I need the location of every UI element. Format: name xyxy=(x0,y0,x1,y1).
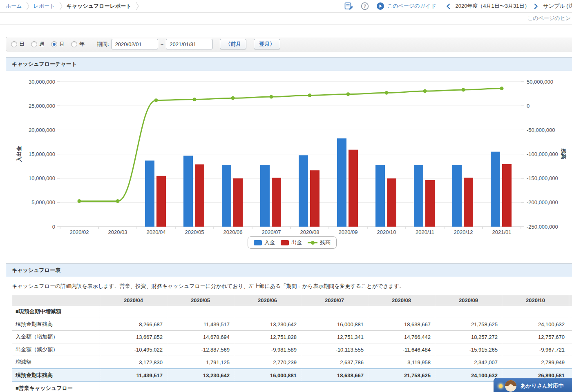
next-month-button[interactable]: 翌月〉 xyxy=(254,39,280,49)
period-radio-year[interactable]: 年 xyxy=(71,40,85,48)
balance-marker xyxy=(346,92,350,96)
chart-bar xyxy=(491,152,500,227)
left-axis-title: 入出金 xyxy=(16,146,22,163)
table-description: キャッシュフローの詳細内訳を表示します。営業、投資、財務キャッシュフローに分かれ… xyxy=(6,283,572,290)
table-column-header: 2020/10 xyxy=(502,295,569,305)
topbar-actions: ? このページのガイド 2020年度（4月1日〜3月31日） サンプル (法人 xyxy=(344,0,572,12)
table-cell xyxy=(167,305,234,318)
row-label: 出金額（減少額） xyxy=(12,343,100,356)
support-chat-widget[interactable]: あかりさん対応中 xyxy=(494,378,572,392)
chart-bar xyxy=(233,178,243,227)
chart-bar xyxy=(502,164,512,227)
table-cell: 2,789,949 xyxy=(502,356,569,369)
table-cell xyxy=(569,356,572,369)
left-axis-tick-label: 5,000,000 xyxy=(31,199,55,205)
chart-bar xyxy=(299,155,308,227)
cashflow-report-page: ホーム レポート キャッシュフローレポート xyxy=(0,0,572,392)
chart-bar xyxy=(195,164,204,227)
legend-label: 入金 xyxy=(264,239,275,246)
legend-item: 残高 xyxy=(308,239,331,246)
x-axis-label: 2020/11 xyxy=(416,229,434,235)
table-cell: 8,266,687 xyxy=(100,318,167,331)
right-axis-title: 残高 xyxy=(561,148,567,159)
period-radio-day[interactable]: 日 xyxy=(11,40,25,48)
left-axis-tick-label: 15,000,000 xyxy=(29,151,55,157)
table-cell: 14,766,442 xyxy=(368,331,435,343)
previous-year-chevron-icon[interactable] xyxy=(446,3,450,9)
table-cell: 12,751,341 xyxy=(301,331,368,343)
period-radio-month[interactable]: 月 xyxy=(51,40,65,48)
left-axis-tick-label: 0 xyxy=(52,224,55,230)
table-row: ■営業キャッシュフロー xyxy=(12,382,572,392)
balance-marker xyxy=(231,96,235,100)
legend-item: 出金 xyxy=(281,239,302,246)
table-cell: 14,678,694 xyxy=(167,331,234,343)
table-cell: 24,100,632 xyxy=(435,369,502,382)
page-guide-link[interactable]: このページのガイド xyxy=(387,2,436,10)
table-cell: 13,230,642 xyxy=(167,369,234,382)
row-label: 現預金期首残高 xyxy=(12,318,100,331)
table-cell: 18,638,667 xyxy=(368,318,435,331)
balance-marker xyxy=(78,199,81,203)
table-cell: -11,646,484 xyxy=(368,343,435,356)
x-axis-label: 2020/12 xyxy=(454,229,473,235)
x-axis-label: 2020/08 xyxy=(300,229,320,235)
balance-marker xyxy=(116,199,120,203)
table-column-header: 2020/07 xyxy=(301,295,368,305)
table-cell xyxy=(569,343,572,356)
right-axis-tick-label: -250,000,000 xyxy=(527,224,558,230)
cashflow-chart-panel: キャッシュフローチャート 05,000,00010,000,00015,000,… xyxy=(6,57,572,257)
table-cell xyxy=(435,382,502,392)
radio-circle[interactable] xyxy=(31,41,37,47)
breadcrumb-separator-icon xyxy=(136,1,139,11)
akari-avatar xyxy=(505,380,516,392)
breadcrumb-home[interactable]: ホーム xyxy=(6,2,22,10)
balance-line-group xyxy=(78,87,504,203)
breadcrumb-reports[interactable]: レポート xyxy=(34,2,55,10)
period-end-input[interactable] xyxy=(166,39,212,49)
chart-bar xyxy=(272,178,281,227)
balance-marker xyxy=(462,88,465,91)
table-cell xyxy=(234,382,301,392)
chart-bar xyxy=(156,176,166,227)
radio-circle[interactable] xyxy=(11,41,17,47)
table-cell xyxy=(301,305,368,318)
chart-bar xyxy=(349,150,358,227)
row-label: ■現預金期中増減額 xyxy=(12,305,100,318)
period-filter-bar: 日 週 月 年 期間: ~ 〈前月 翌月〉 xyxy=(6,37,572,51)
table-cell: -15,915,265 xyxy=(435,343,502,356)
radio-circle[interactable] xyxy=(51,41,57,47)
period-radio-week[interactable]: 週 xyxy=(31,40,45,48)
chart-bar xyxy=(452,165,462,227)
table-cell xyxy=(569,318,572,331)
table-cell: 2,342,007 xyxy=(435,356,502,369)
guide-play-icon[interactable] xyxy=(376,2,384,10)
radio-circle[interactable] xyxy=(71,41,77,47)
cashflow-table-panel: キャッシュフロー表 キャッシュフローの詳細内訳を表示します。営業、投資、財務キャ… xyxy=(6,263,572,392)
company-name[interactable]: サンプル (法人 xyxy=(543,2,572,10)
radio-label: 日 xyxy=(19,40,25,48)
table-cell: -9,981,589 xyxy=(234,343,301,356)
previous-month-button[interactable]: 〈前月 xyxy=(220,39,246,49)
table-cell: -10,495,022 xyxy=(100,343,167,356)
radio-label: 月 xyxy=(59,40,65,48)
period-start-input[interactable] xyxy=(112,39,158,49)
chart-bar xyxy=(222,165,231,227)
help-icon[interactable]: ? xyxy=(361,2,369,10)
right-axis-tick-label: 0 xyxy=(527,103,530,109)
radio-label: 年 xyxy=(79,40,85,48)
legend-label: 残高 xyxy=(320,239,331,246)
table-column-header: 2020/09 xyxy=(435,295,502,305)
page-hint-link[interactable]: このページのヒント xyxy=(527,13,572,24)
next-year-chevron-icon[interactable] xyxy=(534,3,538,9)
table-column-header: 2020/08 xyxy=(368,295,435,305)
memo-icon[interactable] xyxy=(344,2,354,11)
chart-bar xyxy=(260,165,270,227)
right-axis-tick-label: -150,000,000 xyxy=(527,175,558,181)
legend-swatch-icon xyxy=(254,240,262,245)
lightbulb-icon xyxy=(499,384,503,388)
table-column-header: 2020/06 xyxy=(234,295,301,305)
table-row: 現預金期末残高11,439,51713,230,64216,000,88118,… xyxy=(12,369,572,382)
legend-line-icon xyxy=(308,240,317,245)
x-axis-label: 2020/10 xyxy=(377,229,396,235)
